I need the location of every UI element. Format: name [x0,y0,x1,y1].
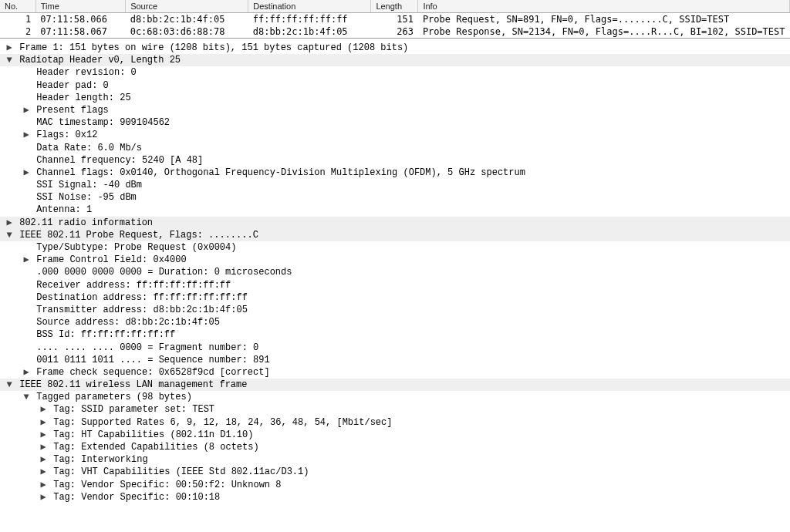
tree-row-label: Tag: HT Capabilities (802.11n D1.10) [48,429,253,440]
cell-destination: ff:ff:ff:ff:ff:ff [248,13,371,26]
tree-row[interactable]: ▶ Frame 1: 151 bytes on wire (1208 bits)… [0,42,790,54]
tree-row[interactable]: ▶ Tag: Vendor Specific: 00:10:18 [0,491,790,503]
tree-row-label: BSS Id: ff:ff:ff:ff:ff:ff [31,329,175,340]
tree-row-label: Present flags [31,105,109,116]
tree-row[interactable]: Destination address: ff:ff:ff:ff:ff:ff [0,291,790,304]
tree-row[interactable]: Header revision: 0 [0,66,790,79]
tree-row-label: Frame Control Field: 0x4000 [31,254,187,265]
tree-row[interactable]: .000 0000 0000 0000 = Duration: 0 micros… [0,266,790,278]
tree-row[interactable]: ▶ Flags: 0x12 [0,129,790,141]
tree-toggle-none [22,328,31,341]
tree-row-label: Frame 1: 151 bytes on wire (1208 bits), … [14,42,408,53]
tree-row[interactable]: ▶ Frame check sequence: 0x6528f9cd [corr… [0,366,790,379]
tree-row[interactable]: ▶ Tag: HT Capabilities (802.11n D1.10) [0,429,790,441]
tree-toggle-none [22,266,31,278]
cell-source: 0c:68:03:d6:88:78 [126,25,248,38]
tree-toggle-none [22,142,31,154]
tree-row[interactable]: ▼ IEEE 802.11 Probe Request, Flags: ....… [0,229,790,241]
col-header-destination[interactable]: Destination [248,0,371,13]
tree-toggle-icon[interactable]: ▶ [22,104,31,116]
cell-length: 151 [371,13,418,26]
tree-row[interactable]: Type/Subtype: Probe Request (0x0004) [0,241,790,254]
tree-row[interactable]: .... .... .... 0000 = Fragment number: 0 [0,342,790,354]
tree-row-label: Frame check sequence: 0x6528f9cd [correc… [31,367,270,378]
tree-row[interactable]: ▶ Tag: Extended Capabilities (8 octets) [0,441,790,453]
tree-toggle-none [22,79,31,92]
col-header-time[interactable]: Time [35,0,125,13]
tree-row[interactable]: ▶ Channel flags: 0x0140, Orthogonal Freq… [0,167,790,179]
packet-row[interactable]: 2 07:11:58.067 0c:68:03:d6:88:78 d8:bb:2… [0,25,790,38]
tree-toggle-none [22,316,31,328]
tree-row[interactable]: MAC timestamp: 909104562 [0,116,790,129]
tree-row[interactable]: ▶ Frame Control Field: 0x4000 [0,254,790,266]
tree-toggle-icon[interactable]: ▶ [39,429,48,441]
tree-row-label: Tag: Extended Capabilities (8 octets) [48,442,259,453]
tree-row[interactable]: Header length: 25 [0,92,790,104]
tree-row-label: Tag: VHT Capabilities (IEEE Std 802.11ac… [48,466,309,477]
tree-toggle-none [22,66,31,79]
col-header-info[interactable]: Info [418,0,790,13]
tree-row[interactable]: Transmitter address: d8:bb:2c:1b:4f:05 [0,304,790,316]
tree-toggle-icon[interactable]: ▶ [22,167,31,179]
col-header-no[interactable]: No. [0,0,35,13]
tree-row-label: Source address: d8:bb:2c:1b:4f:05 [31,317,220,328]
tree-row-label: IEEE 802.11 wireless LAN management fram… [14,379,247,390]
tree-toggle-icon[interactable]: ▶ [5,217,14,229]
tree-row[interactable]: Channel frequency: 5240 [A 48] [0,154,790,167]
cell-info: Probe Request, SN=891, FN=0, Flags=.....… [418,13,790,26]
tree-row[interactable]: ▶ Tag: Supported Rates 6, 9, 12, 18, 24,… [0,416,790,429]
cell-info: Probe Response, SN=2134, FN=0, Flags=...… [418,25,790,38]
tree-toggle-icon[interactable]: ▶ [39,453,48,466]
tree-toggle-none [22,354,31,366]
cell-length: 263 [371,25,418,38]
packet-details-pane: ▶ Frame 1: 151 bytes on wire (1208 bits)… [0,39,790,503]
tree-row[interactable]: SSI Signal: -40 dBm [0,179,790,191]
tree-row[interactable]: ▼ Radiotap Header v0, Length 25 [0,54,790,66]
tree-toggle-icon[interactable]: ▶ [22,254,31,266]
packet-row[interactable]: 1 07:11:58.066 d8:bb:2c:1b:4f:05 ff:ff:f… [0,13,790,26]
tree-toggle-icon[interactable]: ▶ [5,42,14,54]
tree-row[interactable]: Header pad: 0 [0,79,790,92]
tree-toggle-none [22,116,31,129]
tree-toggle-icon[interactable]: ▼ [5,229,14,241]
tree-row-label: Channel flags: 0x0140, Orthogonal Freque… [31,167,525,178]
tree-row-label: Data Rate: 6.0 Mb/s [31,143,142,153]
tree-row[interactable]: Source address: d8:bb:2c:1b:4f:05 [0,316,790,328]
tree-row[interactable]: Data Rate: 6.0 Mb/s [0,142,790,154]
packet-table-header-row: No. Time Source Destination Length Info [0,0,790,13]
tree-toggle-icon[interactable]: ▶ [22,366,31,379]
tree-row[interactable]: ▼ Tagged parameters (98 bytes) [0,391,790,403]
tree-toggle-icon[interactable]: ▼ [5,54,14,66]
col-header-source[interactable]: Source [126,0,248,13]
tree-toggle-none [22,241,31,254]
tree-row[interactable]: ▶ Tag: Interworking [0,453,790,466]
tree-toggle-icon[interactable]: ▶ [39,466,48,478]
tree-toggle-icon[interactable]: ▶ [22,129,31,141]
tree-row[interactable]: ▶ Present flags [0,104,790,116]
tree-row[interactable]: ▶ Tag: Vendor Specific: 00:50:f2: Unknow… [0,479,790,491]
tree-row[interactable]: Receiver address: ff:ff:ff:ff:ff:ff [0,279,790,291]
tree-row[interactable]: ▼ IEEE 802.11 wireless LAN management fr… [0,379,790,391]
tree-row[interactable]: BSS Id: ff:ff:ff:ff:ff:ff [0,328,790,341]
tree-row-label: 0011 0111 1011 .... = Sequence number: 8… [31,355,270,365]
tree-toggle-icon[interactable]: ▶ [39,403,48,416]
tree-toggle-none [22,279,31,291]
tree-row-label: Flags: 0x12 [31,130,97,140]
tree-toggle-icon[interactable]: ▶ [39,441,48,453]
tree-toggle-icon[interactable]: ▼ [5,379,14,391]
tree-toggle-icon[interactable]: ▶ [39,479,48,491]
tree-toggle-icon[interactable]: ▶ [39,491,48,503]
tree-row[interactable]: ▶ 802.11 radio information [0,217,790,229]
cell-no: 2 [0,25,35,38]
cell-source: d8:bb:2c:1b:4f:05 [126,13,248,26]
tree-row[interactable]: Antenna: 1 [0,204,790,216]
tree-row[interactable]: 0011 0111 1011 .... = Sequence number: 8… [0,354,790,366]
tree-toggle-icon[interactable]: ▼ [22,391,31,403]
tree-row[interactable]: ▶ Tag: SSID parameter set: TEST [0,403,790,416]
tree-row-label: SSI Noise: -95 dBm [31,192,137,203]
tree-row[interactable]: SSI Noise: -95 dBm [0,191,790,204]
tree-row-label: Tag: SSID parameter set: TEST [48,404,214,415]
col-header-length[interactable]: Length [371,0,418,13]
tree-toggle-icon[interactable]: ▶ [39,416,48,429]
tree-row[interactable]: ▶ Tag: VHT Capabilities (IEEE Std 802.11… [0,466,790,478]
